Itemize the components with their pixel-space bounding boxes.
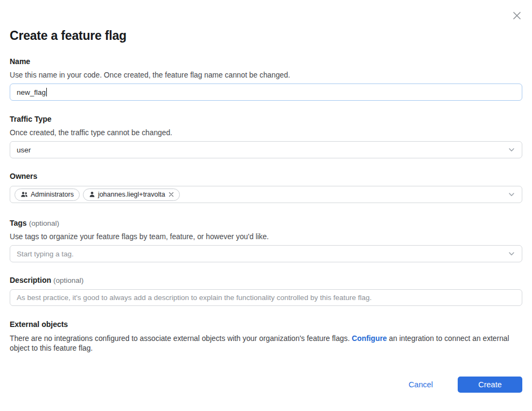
name-section: Name Use this name in your code. Once cr…: [10, 57, 522, 101]
chevron-down-icon: [508, 146, 515, 154]
tags-section: Tags(optional) Use tags to organize your…: [10, 219, 522, 262]
group-icon: [20, 191, 28, 198]
tags-label: Tags(optional): [10, 219, 522, 228]
name-input[interactable]: new_flag: [10, 83, 522, 101]
person-icon: [89, 191, 95, 198]
owner-chip-administrators[interactable]: Administrators: [15, 189, 80, 201]
tags-help: Use tags to organize your feature flags …: [10, 232, 522, 241]
owner-chip-label: Administrators: [31, 191, 74, 198]
traffic-type-section: Traffic Type Once created, the traffic t…: [10, 115, 522, 158]
traffic-type-label: Traffic Type: [10, 115, 522, 124]
remove-owner-icon[interactable]: [169, 192, 174, 197]
name-label: Name: [10, 57, 522, 66]
tags-input[interactable]: [17, 250, 508, 258]
description-section: Description(optional): [10, 276, 522, 306]
cancel-button[interactable]: Cancel: [409, 380, 433, 389]
create-feature-flag-modal: Create a feature flag Name Use this name…: [0, 0, 532, 411]
owners-label: Owners: [10, 172, 522, 181]
chevron-down-icon: [508, 250, 515, 257]
tags-select[interactable]: [10, 245, 522, 262]
traffic-type-value: user: [17, 146, 31, 154]
optional-hint: (optional): [29, 219, 59, 227]
close-icon[interactable]: [510, 9, 524, 23]
description-label: Description(optional): [10, 276, 522, 285]
modal-footer: Cancel Create: [10, 377, 522, 393]
owner-chip-johannes[interactable]: johannes.liegl+travolta: [83, 189, 180, 201]
owner-chip-label: johannes.liegl+travolta: [98, 191, 165, 198]
external-objects-section: External objects There are no integratio…: [10, 320, 522, 353]
description-input[interactable]: [10, 289, 522, 306]
optional-hint: (optional): [53, 276, 83, 284]
name-help: Use this name in your code. Once created…: [10, 71, 522, 80]
configure-link[interactable]: Configure: [352, 335, 387, 343]
create-button[interactable]: Create: [458, 377, 522, 393]
text-caret: [46, 88, 47, 96]
chevron-down-icon: [508, 191, 515, 198]
external-objects-text: There are no integrations configured to …: [10, 334, 522, 353]
name-input-value: new_flag: [17, 88, 46, 96]
traffic-type-help: Once created, the traffic type cannot be…: [10, 128, 522, 137]
external-objects-label: External objects: [10, 320, 522, 329]
owners-select[interactable]: Administrators johannes.liegl+travolta: [10, 186, 522, 203]
page-title: Create a feature flag: [10, 0, 522, 43]
traffic-type-select[interactable]: user: [10, 141, 522, 158]
owners-section: Owners Administrators: [10, 172, 522, 203]
